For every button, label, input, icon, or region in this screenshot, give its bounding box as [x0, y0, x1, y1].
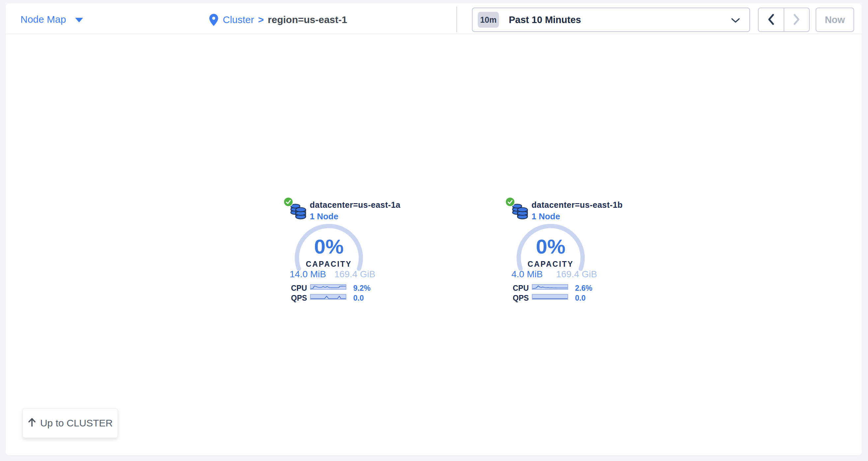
datacenter-title: datacenter=us-east-1b — [531, 200, 623, 210]
qps-stat-row: QPS 0.0 — [277, 294, 382, 302]
breadcrumb-current: region=us-east-1 — [268, 14, 347, 25]
capacity-total: 169.4 GiB — [334, 269, 375, 279]
view-selector-label: Node Map — [21, 14, 66, 25]
up-to-cluster-button[interactable]: Up to CLUSTER — [23, 408, 118, 438]
page-header: Node Map Cluster > region=us-east-1 10m … — [6, 3, 862, 34]
time-next-button[interactable] — [784, 8, 809, 31]
breadcrumb-separator: > — [258, 14, 264, 25]
capacity-total: 169.4 GiB — [556, 269, 597, 279]
healthy-check-icon — [283, 197, 293, 207]
location-pin-icon — [209, 14, 218, 26]
qps-label: QPS — [513, 294, 529, 303]
datacenter-group-us-east-1a[interactable]: datacenter=us-east-1a 1 Node 0% CAPACITY… — [277, 194, 382, 305]
datacenter-group-us-east-1b[interactable]: datacenter=us-east-1b 1 Node 0% CAPACITY… — [499, 194, 604, 305]
time-range-badge: 10m — [478, 12, 499, 28]
breadcrumb: Cluster > region=us-east-1 — [209, 12, 347, 27]
cpu-stat-row: CPU 2.6% — [499, 284, 604, 292]
time-nav-group — [758, 7, 810, 32]
up-to-cluster-label: Up to CLUSTER — [40, 418, 113, 429]
capacity-used: 14.0 MiB — [290, 269, 326, 279]
qps-stat-row: QPS 0.0 — [499, 294, 604, 302]
chevron-left-icon — [768, 14, 775, 26]
qps-value: 0.0 — [575, 294, 586, 303]
arrow-up-icon — [28, 418, 36, 429]
capacity-gauge-arc — [294, 224, 363, 292]
cpu-label: CPU — [291, 284, 307, 293]
cpu-label: CPU — [513, 284, 529, 293]
header-divider — [457, 7, 457, 32]
app-panel: Node Map Cluster > region=us-east-1 10m … — [6, 3, 862, 455]
cpu-value: 9.2% — [353, 284, 370, 293]
time-range-dropdown[interactable]: 10m Past 10 Minutes — [472, 7, 750, 32]
qps-label: QPS — [291, 294, 307, 303]
capacity-gauge-arc — [516, 224, 585, 292]
capacity-range: 14.0 MiB 169.4 GiB — [290, 269, 375, 279]
datacenter-node-count: 1 Node — [310, 211, 338, 222]
breadcrumb-cluster-link[interactable]: Cluster — [223, 14, 254, 25]
chevron-right-icon — [793, 14, 800, 26]
capacity-range: 4.0 MiB 169.4 GiB — [512, 269, 597, 279]
capacity-percent: 0% — [294, 236, 363, 257]
capacity-used: 4.0 MiB — [512, 269, 543, 279]
qps-value: 0.0 — [353, 294, 364, 303]
cpu-value: 2.6% — [575, 284, 592, 293]
view-selector-dropdown[interactable]: Node Map — [21, 13, 83, 26]
healthy-check-icon — [505, 197, 515, 207]
chevron-down-icon — [731, 18, 740, 25]
datacenter-title: datacenter=us-east-1a — [310, 200, 400, 210]
time-prev-button[interactable] — [758, 8, 784, 31]
cpu-stat-row: CPU 9.2% — [277, 284, 382, 292]
cpu-sparkline — [532, 284, 568, 290]
qps-sparkline — [532, 294, 568, 300]
capacity-caption: CAPACITY — [294, 260, 363, 269]
capacity-percent: 0% — [516, 236, 585, 257]
time-range-label: Past 10 Minutes — [509, 14, 581, 25]
capacity-caption: CAPACITY — [516, 260, 585, 269]
now-button[interactable]: Now — [816, 7, 854, 32]
cpu-sparkline — [310, 284, 346, 290]
qps-sparkline — [310, 294, 346, 300]
datacenter-node-count: 1 Node — [531, 211, 560, 222]
caret-down-icon — [75, 18, 83, 22]
